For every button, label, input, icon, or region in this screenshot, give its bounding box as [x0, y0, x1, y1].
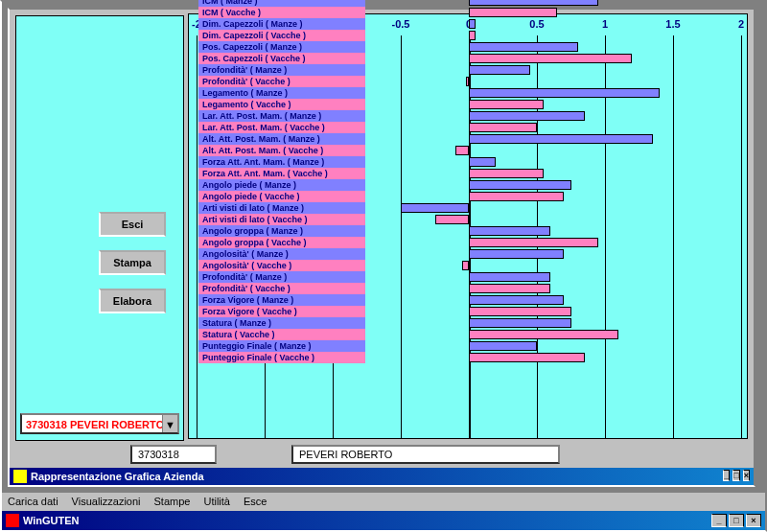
chart-row-label: Angolo groppa ( Vacche ): [198, 237, 365, 248]
azienda-combo[interactable]: 3730318 PEVERI ROBERTC ▼: [20, 413, 179, 434]
chart-row: Legamento ( Manze ): [197, 87, 741, 99]
chart-row-label: Arti visti di lato ( Vacche ): [198, 214, 365, 225]
chart-row-label: Alt. Att. Post. Mam. ( Vacche ): [198, 145, 365, 156]
chart-row: Angolo piede ( Vacche ): [197, 191, 741, 202]
chart-row: Profondità' ( Manze ): [197, 64, 741, 76]
chart-row: Profondità' ( Manze ): [197, 271, 741, 283]
chart-bar: [469, 330, 618, 339]
child-maximize-button[interactable]: □: [732, 471, 739, 482]
window-controls: _ □ ×: [711, 514, 761, 527]
chart-row-label: Profondità' ( Manze ): [198, 64, 365, 76]
chart-bar: [469, 31, 476, 40]
chart-row-label: Angolosità' ( Manze ): [198, 248, 365, 260]
chart-row: Dim. Capezzoli ( Manze ): [197, 18, 741, 30]
chart-row: Forza Vigore ( Vacche ): [197, 306, 741, 317]
chart-row-label: Legamento ( Vacche ): [198, 99, 365, 110]
chart-row-label: Forza Vigore ( Manze ): [198, 294, 365, 306]
chart-bar: [469, 0, 598, 6]
esci-button[interactable]: Esci: [99, 212, 166, 237]
chart-row-label: Angolo piede ( Manze ): [198, 179, 365, 191]
chart-bar: [469, 307, 571, 316]
chart-row-label: Arti visti di lato ( Manze ): [198, 202, 365, 214]
chart-row: Forza Vigore ( Manze ): [197, 294, 741, 306]
chart-row: Arti visti di lato ( Vacche ): [197, 214, 741, 225]
chart-row: Forza Att. Ant. Mam. ( Vacche ): [197, 168, 741, 179]
child-title: Rappresentazione Grafica Azienda: [31, 471, 204, 482]
chart-bar: [469, 169, 544, 178]
chart-bar: [469, 123, 537, 132]
chart-row: Pos. Capezzoli ( Manze ): [197, 41, 741, 53]
chart-row-label: Pos. Capezzoli ( Vacche ): [198, 53, 365, 64]
chevron-down-icon[interactable]: ▼: [162, 415, 177, 432]
child-minimize-button[interactable]: _: [723, 471, 730, 482]
chart-row: Angolosità' ( Manze ): [197, 248, 741, 260]
chart-row-label: Profondità' ( Vacche ): [198, 76, 365, 87]
app-window: WinGUTEN _ □ × Carica dati Visualizzazio…: [0, 0, 767, 532]
chart-bar: [469, 249, 564, 259]
chart-row-label: ICM ( Vacche ): [198, 7, 365, 18]
chart-bar: [469, 284, 550, 293]
chart-bar: [469, 54, 632, 63]
chart-row-label: ICM ( Manze ): [198, 0, 365, 7]
chart-bar: [469, 157, 496, 167]
chart-row: Lar. Att. Post. Mam. ( Vacche ): [197, 122, 741, 133]
chart-row: Punteggio Finale ( Vacche ): [197, 352, 741, 363]
chart-row-label: Punteggio Finale ( Manze ): [198, 340, 365, 352]
chart-bar: [469, 318, 571, 328]
chart-row: Profondità' ( Vacche ): [197, 283, 741, 294]
chart-row: Profondità' ( Vacche ): [197, 76, 741, 87]
outer-titlebar: WinGUTEN _ □ ×: [2, 511, 765, 530]
chart-row: Legamento ( Vacche ): [197, 99, 741, 110]
chart-bar: [469, 8, 557, 17]
chart-row-label: Lar. Att. Post. Mam. ( Vacche ): [198, 122, 365, 133]
menu-utilita[interactable]: Utilità: [203, 497, 230, 508]
chart-bar: [469, 65, 530, 75]
menu-carica[interactable]: Carica dati: [8, 497, 58, 508]
chart-row: Lar. Att. Post. Mam. ( Manze ): [197, 110, 741, 122]
chart-row: Angolo piede ( Manze ): [197, 179, 741, 191]
chart-row-label: Alt. Att. Post. Mam. ( Manze ): [198, 133, 365, 145]
chart-bar: [469, 42, 578, 52]
chart-row: Alt. Att. Post. Mam. ( Manze ): [197, 133, 741, 145]
child-close-button[interactable]: ×: [743, 471, 750, 482]
minimize-button[interactable]: _: [711, 514, 727, 527]
chart-bar: [469, 238, 598, 247]
chart-bar: [469, 134, 653, 144]
chart-bar: [401, 203, 469, 213]
plot-area: -2-1.5-1-0.500.511.52Punteggio Finale ( …: [197, 35, 741, 363]
menu-stampe[interactable]: Stampe: [154, 497, 191, 508]
chart-row: Statura ( Manze ): [197, 317, 741, 329]
chart-row-label: Dim. Capezzoli ( Vacche ): [198, 30, 365, 41]
chart-area: -2-1.5-1-0.500.511.52Punteggio Finale ( …: [188, 13, 748, 439]
code-field[interactable]: 3730318: [130, 445, 217, 464]
menu-esce[interactable]: Esce: [244, 497, 267, 508]
chart-row: Alt. Att. Post. Mam. ( Vacche ): [197, 145, 741, 156]
elabora-button[interactable]: Elabora: [99, 289, 166, 313]
menu-visualizzazioni[interactable]: Visualizzazioni: [72, 497, 141, 508]
chart-row-label: Angolosità' ( Vacche ): [198, 260, 365, 271]
chart-row: Angolo groppa ( Manze ): [197, 225, 741, 237]
chart-bar: [469, 180, 571, 190]
chart-bar: [455, 146, 469, 155]
chart-row-label: Angolo piede ( Vacche ): [198, 191, 365, 202]
chart-row-label: Profondità' ( Vacche ): [198, 283, 365, 294]
app-icon: [6, 514, 19, 527]
gridline: [741, 35, 742, 438]
chart-row: Punteggio Finale ( Manze ): [197, 340, 741, 352]
maximize-button[interactable]: □: [729, 514, 744, 527]
chart-row: Forza Att. Ant. Mam. ( Manze ): [197, 156, 741, 168]
name-field[interactable]: PEVERI ROBERTO: [291, 445, 560, 464]
chart-row-label: Lar. Att. Post. Mam. ( Manze ): [198, 110, 365, 122]
child-titlebar: Rappresentazione Grafica Azienda _ □ ×: [10, 468, 754, 485]
chart-bar: [469, 226, 550, 236]
stampa-button[interactable]: Stampa: [99, 250, 166, 275]
mdi-area: Rappresentazione Grafica Azienda _ □ × 3…: [2, 2, 765, 492]
chart-row-label: Statura ( Vacche ): [198, 329, 365, 340]
chart-bar: [469, 100, 544, 109]
child-window: Rappresentazione Grafica Azienda _ □ × 3…: [8, 8, 755, 487]
close-button[interactable]: ×: [746, 514, 761, 527]
chart-bar: [469, 192, 564, 201]
chart-row: Dim. Capezzoli ( Vacche ): [197, 30, 741, 41]
chart-bar: [466, 77, 469, 86]
chart-row-label: Forza Att. Ant. Mam. ( Vacche ): [198, 168, 365, 179]
